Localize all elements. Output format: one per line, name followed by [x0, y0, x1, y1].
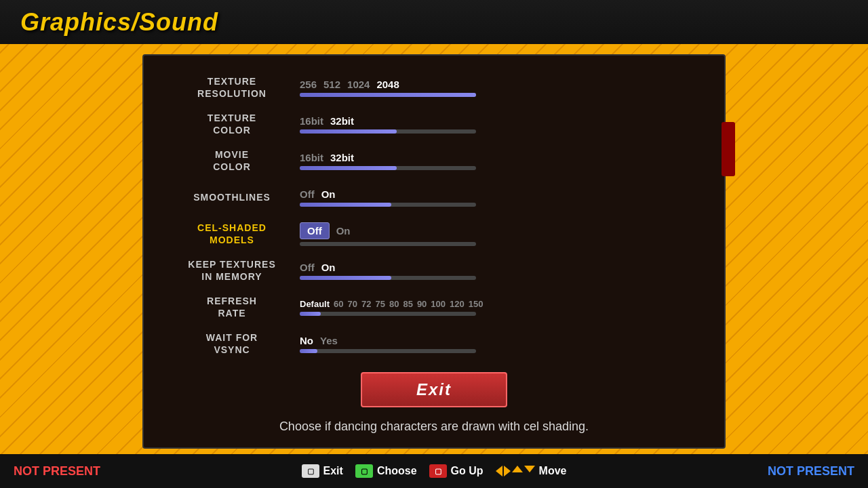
choose-icon: ▢ [355, 464, 373, 478]
setting-label-smoothlines: SMOOTHLINES [164, 191, 300, 203]
exit-button-area: Exit [164, 372, 704, 407]
option-refresh-rate-7: 90 [417, 299, 427, 309]
option-texture-resolution-2: 1024 [347, 79, 370, 90]
option-refresh-rate-9: 120 [450, 299, 465, 309]
slider-smoothlines[interactable] [300, 203, 476, 207]
control-goup: ▢ Go Up [429, 464, 484, 478]
goup-icon: ▢ [429, 464, 447, 478]
setting-options-refresh-rate: Default60707275808590100120150 [300, 299, 704, 316]
setting-row-texture-resolution[interactable]: TEXTURERESOLUTION25651210242048 [164, 69, 704, 106]
setting-label-cel-shaded-models: CEL-SHADEDMODELS [164, 222, 300, 246]
option-refresh-rate-0: Default [300, 299, 330, 309]
arrow-left-icon [496, 466, 502, 476]
option-refresh-rate-6: 85 [403, 299, 412, 309]
arrow-right-icon [504, 466, 511, 476]
setting-row-keep-textures[interactable]: KEEP TEXTURESIN MEMORYOffOn [164, 252, 704, 289]
slider-texture-resolution[interactable] [300, 93, 476, 97]
slider-movie-color[interactable] [300, 166, 476, 170]
option-texture-resolution-0: 256 [300, 79, 317, 90]
setting-label-texture-color: TEXTURECOLOR [164, 112, 300, 136]
option-refresh-rate-5: 80 [389, 299, 399, 309]
setting-options-movie-color: 16bit32bit [300, 152, 704, 170]
option-texture-resolution-3: 2048 [376, 79, 399, 90]
bottom-right-text: NOT PRESENT [768, 464, 854, 479]
control-exit-label: Exit [323, 465, 343, 477]
toggle-selected-cel-shaded-models[interactable]: Off [300, 222, 330, 239]
bottom-bar: NOT PRESENT ▢ Exit ▢ Choose ▢ Go Up Move… [0, 454, 868, 488]
settings-area: TEXTURERESOLUTION25651210242048TEXTURECO… [164, 69, 704, 367]
option-movie-color-1: 32bit [330, 152, 354, 163]
option-refresh-rate-2: 70 [348, 299, 357, 309]
arrow-down-icon [524, 466, 535, 472]
setting-label-keep-textures: KEEP TEXTURESIN MEMORY [164, 258, 300, 283]
option-refresh-rate-10: 150 [469, 299, 484, 309]
scroll-indicator[interactable] [722, 122, 735, 176]
slider-texture-color[interactable] [300, 129, 476, 134]
setting-options-smoothlines: OffOn [300, 188, 704, 207]
exit-icon: ▢ [302, 464, 319, 478]
setting-options-texture-resolution: 25651210242048 [300, 79, 704, 97]
setting-label-refresh-rate: REFRESHRATE [164, 295, 300, 319]
setting-options-texture-color: 16bit32bit [300, 115, 704, 134]
setting-row-texture-color[interactable]: TEXTURECOLOR16bit32bit [164, 106, 704, 142]
slider-cel-shaded-models[interactable] [300, 242, 476, 246]
control-move: Move [496, 465, 567, 477]
setting-row-cel-shaded-models[interactable]: CEL-SHADEDMODELSOffOn [164, 216, 704, 252]
option-refresh-rate-3: 72 [361, 299, 371, 309]
description-text: Choose if dancing characters are drawn w… [164, 420, 704, 434]
setting-row-movie-color[interactable]: MOVIECOLOR16bit32bit [164, 142, 704, 179]
setting-row-wait-for-vsync[interactable]: WAIT FORVSYNCNoYes [164, 325, 704, 362]
page-title: Graphics/Sound [20, 8, 218, 37]
control-exit: ▢ Exit [302, 464, 343, 478]
slider-refresh-rate[interactable] [300, 312, 476, 316]
bottom-controls: ▢ Exit ▢ Choose ▢ Go Up Move [302, 464, 567, 478]
option-keep-textures-1: On [321, 262, 336, 273]
option-keep-textures-0: Off [300, 262, 315, 273]
control-goup-label: Go Up [451, 465, 484, 477]
option-refresh-rate-4: 75 [375, 299, 384, 309]
option-texture-color-1: 32bit [330, 115, 354, 127]
setting-options-wait-for-vsync: NoYes [300, 335, 704, 353]
option-refresh-rate-8: 100 [431, 299, 446, 309]
setting-options-cel-shaded-models: OffOn [300, 222, 704, 246]
option-cel-shaded-models-1: On [336, 225, 351, 237]
option-refresh-rate-1: 60 [334, 299, 343, 309]
control-choose: ▢ Choose [355, 464, 417, 478]
slider-wait-for-vsync[interactable] [300, 349, 476, 353]
option-wait-for-vsync-0: No [300, 335, 313, 346]
setting-row-smoothlines[interactable]: SMOOTHLINESOffOn [164, 179, 704, 216]
option-texture-color-0: 16bit [300, 115, 323, 127]
arrow-up-icon [512, 466, 523, 472]
slider-keep-textures[interactable] [300, 276, 476, 280]
setting-label-texture-resolution: TEXTURERESOLUTION [164, 75, 300, 100]
control-move-label: Move [539, 465, 567, 477]
setting-row-refresh-rate[interactable]: REFRESHRATEDefault6070727580859010012015… [164, 289, 704, 325]
main-panel: TEXTURERESOLUTION25651210242048TEXTURECO… [142, 54, 726, 449]
option-smoothlines-1: On [321, 188, 336, 200]
setting-label-movie-color: MOVIECOLOR [164, 148, 300, 173]
control-choose-label: Choose [377, 465, 417, 477]
exit-button[interactable]: Exit [361, 372, 507, 407]
arrow-icons [496, 466, 535, 476]
bottom-left-text: NOT PRESENT [14, 464, 100, 479]
option-movie-color-0: 16bit [300, 152, 323, 163]
setting-label-wait-for-vsync: WAIT FORVSYNC [164, 331, 300, 356]
option-wait-for-vsync-1: Yes [320, 335, 338, 346]
option-smoothlines-0: Off [300, 188, 315, 200]
option-texture-resolution-1: 512 [323, 79, 340, 90]
setting-options-keep-textures: OffOn [300, 262, 704, 280]
top-bar: Graphics/Sound [0, 0, 868, 44]
